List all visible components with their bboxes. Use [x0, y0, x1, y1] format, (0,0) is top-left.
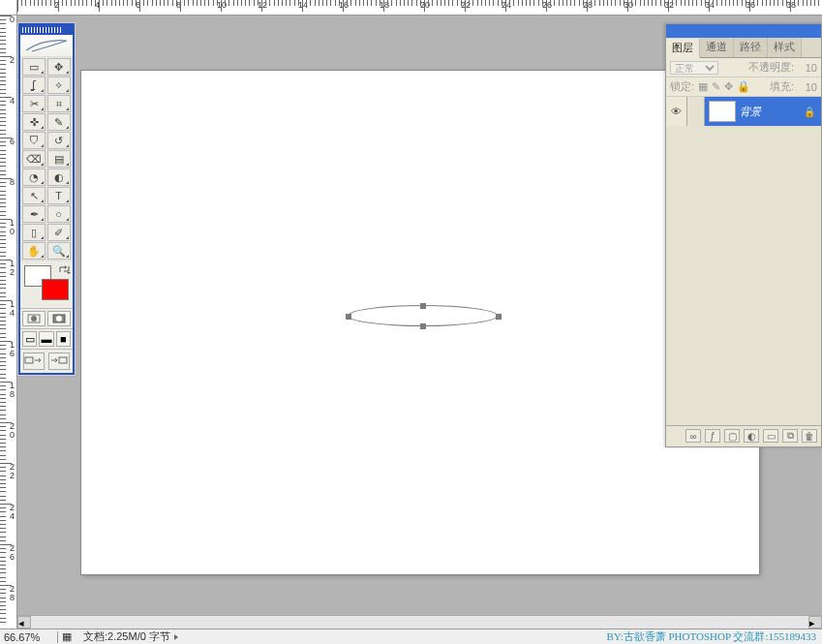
pen-tool[interactable]: ✒	[22, 205, 46, 223]
canvas[interactable]	[81, 71, 759, 574]
lock-all-icon[interactable]: 🔒	[737, 80, 750, 93]
anchor-top[interactable]	[420, 303, 426, 309]
anchor-left[interactable]	[346, 314, 351, 320]
ruler-v-label: 8	[10, 178, 15, 187]
ruler-v-label: 20	[10, 422, 15, 440]
history-brush-tool[interactable]: ↺	[47, 132, 71, 149]
ruler-v-label: 2	[10, 56, 15, 65]
scroll-left-button[interactable]: ◂	[17, 616, 31, 629]
svg-point-3	[56, 316, 62, 322]
horizontal-ruler[interactable]: 02468101214161820222426283032343638	[17, 0, 822, 15]
clone-stamp-tool[interactable]: ⛉	[22, 132, 46, 149]
layer-visibility-icon[interactable]	[666, 97, 687, 126]
type-tool[interactable]: T	[47, 187, 71, 204]
quickmask-mode-button[interactable]	[47, 311, 71, 326]
ruler-origin[interactable]	[0, 0, 17, 15]
lock-label: 锁定:	[670, 79, 694, 94]
ruler-v-label: 10	[10, 219, 15, 236]
shape-tool[interactable]: ○	[47, 205, 71, 223]
toolbox-logo	[20, 35, 73, 56]
group-button[interactable]: ▭	[763, 429, 778, 443]
eraser-tool[interactable]: ⌫	[22, 150, 46, 168]
lock-transparency-icon[interactable]: ▦	[698, 80, 708, 93]
scroll-track[interactable]	[31, 616, 808, 629]
lock-position-icon[interactable]: ✥	[724, 80, 733, 93]
eyedropper-tool[interactable]: ✐	[47, 224, 71, 241]
panel-tab-3[interactable]: 样式	[768, 38, 802, 57]
marquee-tool[interactable]: ▭	[22, 58, 46, 76]
panel-titlebar[interactable]	[666, 24, 821, 38]
toolbox-titlebar[interactable]	[20, 25, 73, 35]
ruler-v-label: 6	[10, 138, 15, 146]
tool-grid: ▭✥ʆ✧✂⌗✜✎⛉↺⌫▤◔◐↖T✒○▯✐✋🔍	[20, 56, 73, 261]
zoom-level[interactable]: 66.67%	[0, 631, 58, 643]
vertical-ruler[interactable]: 0246810121416182022242628	[0, 15, 17, 629]
ruler-v-label: 0	[10, 15, 15, 24]
screen-mode-row: ▭ ▬ ■	[20, 328, 73, 349]
anchor-right[interactable]	[496, 314, 502, 320]
panel-tabs: 图层通道路径样式	[666, 38, 821, 58]
anchor-bottom[interactable]	[420, 323, 426, 329]
hand-tool[interactable]: ✋	[22, 242, 46, 260]
fill-label: 填充:	[754, 79, 794, 94]
path-selection-tool[interactable]: ↖	[22, 187, 46, 204]
document-info[interactable]: 文档:2.25M/0 字节	[76, 629, 186, 644]
jump-to-row	[20, 349, 73, 373]
healing-brush-tool[interactable]: ✜	[22, 113, 46, 131]
blend-mode-select[interactable]: 正常	[670, 61, 718, 75]
link-layers-button[interactable]: ∞	[685, 429, 701, 443]
ruler-v-label: 24	[10, 504, 15, 521]
slice-tool[interactable]: ⌗	[47, 95, 71, 112]
screen-mode-full[interactable]: ■	[56, 331, 71, 347]
ruler-v-label: 4	[10, 97, 15, 106]
fill-value[interactable]: 10	[798, 81, 817, 93]
jump-to-imageready[interactable]	[23, 353, 45, 370]
panel-tab-0[interactable]: 图层	[666, 39, 700, 58]
brush-tool[interactable]: ✎	[47, 113, 71, 131]
crop-tool[interactable]: ✂	[22, 95, 46, 112]
gradient-tool[interactable]: ▤	[47, 150, 71, 168]
layer-style-button[interactable]: ƒ	[705, 429, 720, 443]
panel-tab-1[interactable]: 通道	[700, 38, 734, 57]
scroll-right-button[interactable]: ▸	[808, 616, 822, 629]
layers-panel[interactable]: 图层通道路径样式 正常 不透明度: 10 锁定: ▦ ✎ ✥ 🔒 填充: 10 …	[665, 23, 822, 447]
feather-icon	[24, 37, 69, 54]
layer-mask-button[interactable]: ▢	[724, 429, 740, 443]
new-layer-button[interactable]: ⧉	[782, 429, 798, 443]
adjustment-layer-button[interactable]: ◐	[744, 429, 759, 443]
background-color[interactable]	[42, 279, 69, 300]
dodge-tool[interactable]: ◐	[47, 169, 71, 186]
move-tool[interactable]: ✥	[47, 58, 71, 76]
panel-footer: ∞ ƒ ▢ ◐ ▭ ⧉ 🗑	[666, 425, 821, 446]
layer-thumbnail[interactable]	[709, 101, 736, 122]
horizontal-scrollbar[interactable]: ◂ ▸	[17, 615, 822, 629]
doc-menu-arrow[interactable]	[174, 634, 178, 640]
mask-mode-row	[20, 308, 73, 328]
opacity-value[interactable]: 10	[798, 62, 817, 74]
blur-tool[interactable]: ◔	[22, 169, 46, 186]
toolbox[interactable]: ▭✥ʆ✧✂⌗✜✎⛉↺⌫▤◔◐↖T✒○▯✐✋🔍 ▭ ▬ ■	[18, 23, 75, 375]
screen-mode-standard[interactable]: ▭	[22, 331, 37, 347]
notes-tool[interactable]: ▯	[22, 224, 46, 241]
magic-wand-tool[interactable]: ✧	[47, 77, 71, 94]
ruler-v-label: 28	[10, 585, 15, 602]
ruler-v-label: 18	[10, 382, 15, 399]
layer-name[interactable]: 背景	[740, 105, 761, 119]
svg-rect-4	[25, 357, 33, 363]
blend-opacity-row: 正常 不透明度: 10	[666, 58, 821, 77]
zoom-tool[interactable]: 🔍	[47, 242, 71, 260]
jump-to-secondary[interactable]	[48, 353, 70, 370]
lock-image-icon[interactable]: ✎	[712, 80, 720, 93]
layer-item-background[interactable]: 背景 🔒	[666, 97, 821, 126]
layer-link-cell[interactable]	[687, 97, 705, 126]
delete-layer-button[interactable]: 🗑	[802, 429, 817, 443]
lasso-tool[interactable]: ʆ	[22, 77, 46, 94]
ruler-v-label: 26	[10, 544, 15, 562]
svg-rect-5	[59, 357, 67, 363]
status-icon[interactable]: ▦	[58, 630, 76, 643]
swap-colors-icon[interactable]	[59, 263, 71, 275]
panel-tab-2[interactable]: 路径	[734, 38, 768, 57]
screen-mode-full-menubar[interactable]: ▬	[39, 331, 53, 347]
layer-list[interactable]: 背景 🔒	[666, 97, 821, 425]
standard-mode-button[interactable]	[22, 311, 46, 326]
